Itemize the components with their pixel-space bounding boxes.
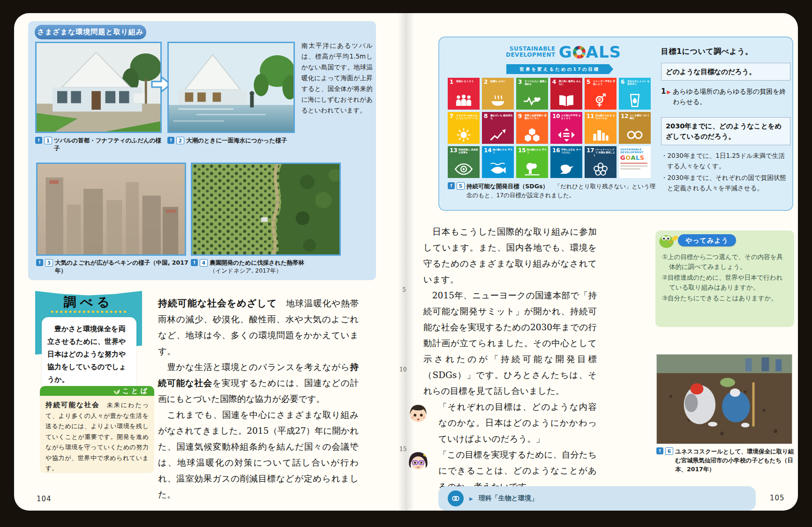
sdg-tile-2: 2飢餓を ゼロに bbox=[482, 78, 514, 110]
sdg-tile-16: 16平和と公正を すべての人に bbox=[550, 146, 582, 178]
inquiry-title: 調べる bbox=[35, 294, 142, 311]
sdgs-logo: SUSTAINABLE DEVELOPMENT GALS bbox=[474, 44, 653, 60]
goal1-study-column: 目標1について調べよう。 どのような目標なのだろう。 1 ▶ あらゆる場所のあら… bbox=[661, 47, 790, 193]
sdg-tile-11: 11住み続けられる まちづくりを bbox=[585, 112, 617, 144]
goal1-target-item: ・2030年までに、1日1.25ドル未満で生活する人々をなくす。 bbox=[661, 151, 790, 171]
tuvalu-side-note: 南太平洋にあるツバルは、標高が平均1.5mしかない島国です。地球温暖化によって海… bbox=[301, 40, 373, 139]
paragraph: 2015年、ニューヨークの国連本部で「持続可能な開発サミット」が開かれ、持続可能… bbox=[423, 288, 597, 399]
dialogue-text: 「この目標を実現するために、自分たちにできることは、どのようなことがあるのか、考… bbox=[438, 450, 597, 491]
up-arrow-icon: ↑ bbox=[191, 259, 198, 266]
photo-caption-3: ↑ 3 大気のよごれが広がるペキンの様子（中国, 2017年） bbox=[36, 259, 189, 275]
goal1-question-1: どのような目標なのだろう。 bbox=[661, 63, 790, 81]
paragraph: 持続可能な社会をめざして 地球温暖化や熱帯雨林の減少、砂漠化、酸性雨、水や大気の… bbox=[158, 295, 359, 359]
sdg-tile-4: 4質の高い教育を みんなに bbox=[550, 78, 582, 110]
sdgs-goal-grid: 1貧困を なくそう2飢餓を ゼロに3すべての人に 健康と福祉を4質の高い教育を … bbox=[448, 78, 651, 178]
try-it-item: ②目標達成のために、世界や日本で行われている取り組みはありますか。 bbox=[662, 273, 789, 292]
sdg-tile-number: 1 bbox=[450, 79, 453, 85]
caption-number: 1 bbox=[44, 137, 52, 144]
sdg-tile-number: 14 bbox=[484, 148, 492, 153]
sprout-icon bbox=[113, 387, 120, 395]
photo-beijing-smog bbox=[36, 163, 186, 256]
goal-number: 1 bbox=[661, 86, 666, 107]
page-number-right: 105 bbox=[770, 494, 785, 502]
sdg-tile-14: 14海の豊かさを 守ろう bbox=[482, 146, 514, 178]
sdg-goal-icon-17 bbox=[591, 162, 610, 177]
caption-text: 大気のよごれが広がるペキンの様子（中国, 2017年） bbox=[55, 259, 189, 275]
caption-number: 3 bbox=[45, 259, 53, 267]
sdg-goal-icon-1 bbox=[454, 93, 473, 108]
glossary-label: ことば bbox=[122, 387, 150, 395]
sdg-goal-icon-6 bbox=[625, 93, 644, 108]
sdg-goal-icon-8 bbox=[489, 127, 507, 142]
unesco-school-illustration bbox=[657, 355, 792, 444]
sdg-tile-15: 15陸の豊かさも 守ろう bbox=[516, 146, 548, 178]
goal1-target-item: ・2030年までに、それぞれの国で貧困状態と定義される人々を半減させる。 bbox=[661, 173, 790, 193]
sdg-tile-3: 3すべての人に 健康と福祉を bbox=[516, 78, 548, 110]
photo-caption-1: ↑ 1 ツバルの首都・フナフティのふだんの様子 bbox=[35, 136, 165, 152]
page-gutter bbox=[398, 13, 414, 511]
link-icon bbox=[448, 490, 464, 506]
sdg-goal-icon-5 bbox=[591, 93, 610, 108]
tuvalu-normal-illustration bbox=[37, 43, 160, 132]
sdg-tile-number: 4 bbox=[552, 79, 556, 85]
photo-caption-2: ↑ 2 大潮のときに一面海水につかった様子 bbox=[167, 136, 300, 144]
caption-text: 大潮のときに一面海水につかった様子 bbox=[186, 136, 287, 144]
line-number: 15 bbox=[399, 446, 406, 453]
photo-unesco-school bbox=[656, 354, 792, 444]
sdgs-logo-subtitle: SUSTAINABLE DEVELOPMENT bbox=[506, 46, 556, 58]
line-number: 5 bbox=[353, 363, 357, 369]
up-arrow-icon: ↑ bbox=[167, 137, 174, 144]
caption-number: 6 bbox=[665, 447, 673, 455]
sdg-goal-icon-16 bbox=[557, 162, 576, 177]
caption-number: 5 bbox=[457, 182, 465, 190]
sdg-goal-icon-13 bbox=[454, 162, 473, 177]
photo-tuvalu-normal bbox=[35, 42, 162, 133]
sdg-tile-number: 10 bbox=[552, 113, 560, 119]
triangle-icon: ▶ bbox=[469, 496, 473, 501]
up-arrow-icon: ↑ bbox=[35, 137, 42, 144]
sdg-tile-number: 17 bbox=[586, 148, 594, 153]
sdg-tile-number: 16 bbox=[552, 148, 560, 153]
sdg-goal-icon-7 bbox=[454, 127, 473, 142]
sdg-tile-6: 6安全な水とトイレ を世界中に bbox=[619, 78, 651, 110]
sdg-tile-17: 17パートナーシップで 目標を達成しよう bbox=[585, 146, 617, 178]
dialogue-text: 「それぞれの目標は、どのような内容なのかな。日本はどのようにかかわっていけばよい… bbox=[438, 402, 597, 444]
sdg-tile-number: 9 bbox=[518, 113, 522, 119]
sdg-tile-number: 5 bbox=[586, 79, 590, 85]
photo-caption-4: ↑ 4 農園開発のために伐採された熱帯林 （インドネシア, 2017年） bbox=[191, 259, 346, 275]
tuvalu-flooded-illustration bbox=[169, 43, 293, 132]
line-number: 5 bbox=[402, 287, 406, 293]
caption-text: ユネスコスクールとして、環境保全に取り組む宮城県気仙沼市の小学校の子どもたち（日… bbox=[675, 447, 794, 474]
up-arrow-icon: ↑ bbox=[656, 447, 663, 454]
sdg-goal-icon-3 bbox=[523, 93, 541, 108]
try-it-label: やってみよう bbox=[678, 234, 736, 246]
caption-text: 持続可能な開発目標（SDGs） 「だれひとり取り残さない」という理念のもと、17… bbox=[466, 182, 658, 200]
photo-tuvalu-flooded bbox=[167, 42, 295, 133]
deforestation-illustration bbox=[192, 164, 339, 254]
sdgs-caption: ↑ 5 持続可能な開発目標（SDGs） 「だれひとり取り残さない」という理念のも… bbox=[448, 182, 658, 200]
try-it-item: ①上の目標から二つ選んで、その内容を具体的に調べてみましょう。 bbox=[662, 252, 789, 272]
sdg-tile-number: 15 bbox=[518, 148, 526, 153]
sdg-tile-number: 2 bbox=[484, 79, 488, 85]
sdg-tile-9: 9産業と技術革新の 基盤をつくろう bbox=[516, 112, 548, 144]
sdg-goal-icon-4 bbox=[557, 93, 576, 108]
caption-text: 農園開発のために伐採された熱帯林 （インドネシア, 2017年） bbox=[210, 259, 304, 275]
glossary-body: 持続可能な社会 未来にわたって、より多くの人々が豊かな生活を送るためには、よりよ… bbox=[40, 396, 154, 473]
sdg-goal-icon-15 bbox=[523, 162, 541, 177]
try-it-items: ①上の目標から二つ選んで、その内容を具体的に調べてみましょう。②目標達成のために… bbox=[662, 251, 789, 303]
red-triangle-icon: ▶ bbox=[667, 87, 670, 107]
girl-avatar bbox=[406, 449, 430, 472]
paragraph: 日本もこうした国際的な取り組みに参加しています。また、国内各地でも、環境を守るた… bbox=[423, 224, 597, 288]
inquiry-box: 調べる 豊かさと環境保全を両立させるために、世界や日本はどのような努力や協力をし… bbox=[35, 287, 142, 402]
dotted-divider bbox=[51, 311, 126, 313]
right-body-text: 日本もこうした国際的な取り組みに参加しています。また、国内各地でも、環境を守るた… bbox=[423, 224, 597, 495]
sdgs-logo-goals: GALS bbox=[559, 44, 621, 60]
glossary-header: ことば bbox=[40, 386, 154, 396]
goal1-answer-1: 1 ▶ あらゆる場所のあらゆる形の貧困を終わらせる。 bbox=[661, 86, 790, 107]
goal1-answer-text: あらゆる場所のあらゆる形の貧困を終わらせる。 bbox=[673, 86, 790, 107]
sdg-tile-number: 13 bbox=[450, 148, 458, 153]
beijing-smog-illustration bbox=[38, 164, 185, 254]
sdgs-panel: SUSTAINABLE DEVELOPMENT GALS 世界を変えるための17… bbox=[438, 37, 793, 211]
photo-caption-6: ↑ 6 ユネスコスクールとして、環境保全に取り組む宮城県気仙沼市の小学校の子ども… bbox=[656, 447, 794, 474]
environment-photo-panel: さまざまな環境問題と取り組み bbox=[28, 21, 376, 280]
